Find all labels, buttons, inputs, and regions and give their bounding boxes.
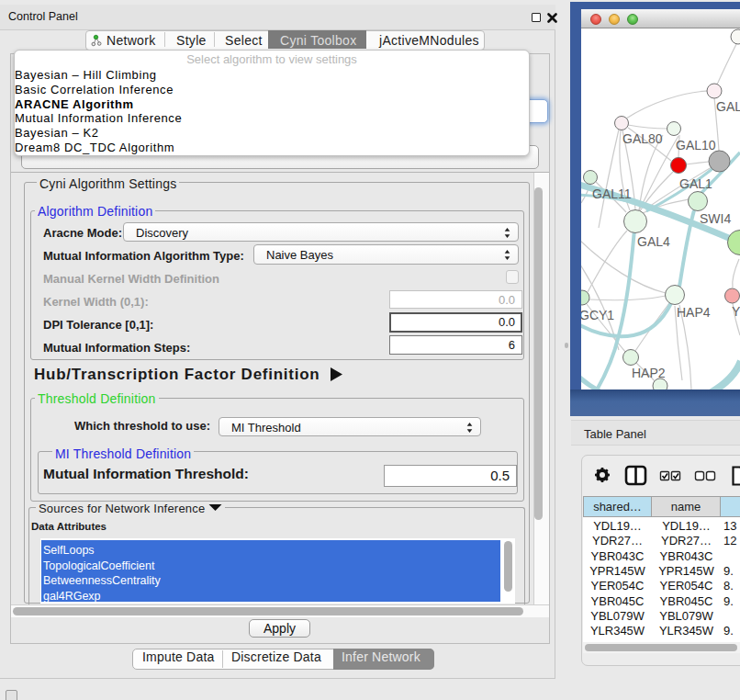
svg-text:HAP2: HAP2 (632, 366, 666, 380)
svg-text:GCY1: GCY1 (581, 308, 614, 322)
svg-text:GAL7: GAL7 (716, 99, 740, 114)
svg-text:SWI4: SWI4 (700, 211, 731, 226)
svg-text:GAL11: GAL11 (592, 186, 632, 201)
svg-text:GAL4: GAL4 (637, 234, 670, 249)
svg-text:HAP4: HAP4 (677, 305, 711, 320)
svg-text:GAL1: GAL1 (679, 176, 712, 191)
svg-text:GAL80: GAL80 (622, 131, 663, 146)
svg-text:Y: Y (732, 304, 740, 319)
svg-text:GAL10: GAL10 (676, 138, 716, 152)
